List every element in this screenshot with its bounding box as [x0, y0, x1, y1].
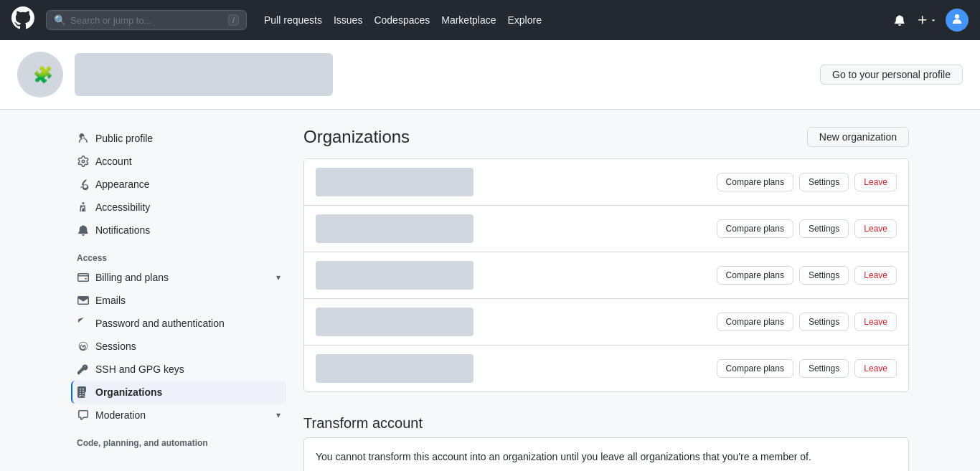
- sidebar-item-billing[interactable]: Billing and plans ▾: [71, 266, 286, 289]
- compare-plans-button-2[interactable]: Compare plans: [717, 219, 793, 238]
- sidebar-item-password-auth[interactable]: Password and authentication: [71, 312, 286, 335]
- topnav-links: Pull requests Issues Codespaces Marketpl…: [264, 14, 880, 26]
- settings-button-5[interactable]: Settings: [799, 359, 849, 378]
- transform-account-box: You cannot transform this account into a…: [303, 437, 909, 471]
- settings-button-3[interactable]: Settings: [799, 266, 849, 285]
- leave-button-2[interactable]: Leave: [854, 219, 897, 238]
- person-icon: [77, 132, 90, 145]
- main-layout: Public profile Account Appearance Access…: [60, 110, 920, 471]
- sidebar-item-appearance[interactable]: Appearance: [71, 173, 286, 196]
- sidebar-item-account[interactable]: Account: [71, 150, 286, 173]
- shield-icon: [77, 317, 90, 330]
- search-bar[interactable]: 🔍 /: [46, 10, 247, 30]
- notifications-button[interactable]: [891, 11, 908, 29]
- nav-marketplace[interactable]: Marketplace: [441, 14, 496, 26]
- svg-text:🧩: 🧩: [33, 65, 54, 85]
- leave-button-5[interactable]: Leave: [854, 359, 897, 378]
- sidebar-label-ssh-gpg: SSH and GPG keys: [95, 363, 184, 375]
- search-kbd: /: [228, 14, 239, 26]
- leave-button-1[interactable]: Leave: [854, 173, 897, 191]
- nav-codespaces[interactable]: Codespaces: [374, 14, 430, 26]
- create-new-button[interactable]: [917, 14, 937, 26]
- orgs-section-header: Organizations New organization: [303, 127, 909, 147]
- github-logo[interactable]: [11, 6, 34, 34]
- profile-avatar: 🧩: [17, 52, 63, 97]
- main-content: Organizations New organization Compare p…: [303, 127, 909, 471]
- transform-account-title: Transform account: [303, 415, 909, 432]
- org-placeholder-1: [316, 168, 473, 196]
- table-row: Compare plans Settings Leave: [304, 252, 908, 299]
- settings-button-1[interactable]: Settings: [799, 173, 849, 191]
- go-to-profile-button[interactable]: Go to your personal profile: [820, 65, 963, 85]
- mail-icon: [77, 294, 90, 307]
- compare-plans-button-3[interactable]: Compare plans: [717, 266, 793, 285]
- sidebar-label-account: Account: [95, 156, 132, 167]
- sidebar-label-sessions: Sessions: [95, 341, 136, 352]
- organizations-table: Compare plans Settings Leave Compare pla…: [303, 158, 909, 392]
- chevron-down-icon-moderation: ▾: [276, 410, 281, 420]
- user-avatar[interactable]: [946, 9, 969, 32]
- nav-pull-requests[interactable]: Pull requests: [264, 14, 322, 26]
- org-row-actions-1: Compare plans Settings Leave: [717, 173, 897, 191]
- sidebar-label-moderation: Moderation: [95, 409, 146, 421]
- transform-account-text: You cannot transform this account into a…: [316, 449, 897, 465]
- sidebar-item-notifications[interactable]: Notifications: [71, 219, 286, 242]
- sidebar-item-organizations[interactable]: Organizations: [71, 381, 286, 404]
- sidebar-label-notifications: Notifications: [95, 224, 150, 236]
- new-organization-button[interactable]: New organization: [807, 127, 909, 147]
- access-section-label: Access: [71, 242, 286, 266]
- compare-plans-button-1[interactable]: Compare plans: [717, 173, 793, 191]
- organization-icon: [77, 386, 90, 399]
- org-placeholder-2: [316, 214, 473, 243]
- table-row: Compare plans Settings Leave: [304, 206, 908, 252]
- org-row-actions-2: Compare plans Settings Leave: [717, 219, 897, 238]
- topnav-right: [891, 9, 969, 32]
- sidebar-item-public-profile[interactable]: Public profile: [71, 127, 286, 150]
- profile-banner-placeholder: [75, 53, 333, 96]
- leave-button-4[interactable]: Leave: [854, 313, 897, 331]
- org-placeholder-4: [316, 308, 473, 336]
- table-row: Compare plans Settings Leave: [304, 159, 908, 206]
- compare-plans-button-4[interactable]: Compare plans: [717, 313, 793, 331]
- key-icon: [77, 363, 90, 376]
- table-row: Compare plans Settings Leave: [304, 346, 908, 391]
- leave-button-3[interactable]: Leave: [854, 266, 897, 285]
- sidebar-label-public-profile: Public profile: [95, 133, 153, 144]
- svg-point-0: [955, 14, 959, 19]
- accessibility-icon: [77, 201, 90, 214]
- org-row-actions-3: Compare plans Settings Leave: [717, 266, 897, 285]
- code-planning-label: Code, planning, and automation: [71, 427, 286, 451]
- top-navigation: 🔍 / Pull requests Issues Codespaces Mark…: [0, 0, 980, 40]
- nav-issues[interactable]: Issues: [334, 14, 362, 26]
- settings-button-2[interactable]: Settings: [799, 219, 849, 238]
- org-placeholder-3: [316, 261, 473, 290]
- sidebar-item-ssh-gpg[interactable]: SSH and GPG keys: [71, 358, 286, 381]
- nav-explore[interactable]: Explore: [508, 14, 542, 26]
- comment-icon: [77, 409, 90, 422]
- sidebar-label-accessibility: Accessibility: [95, 201, 150, 213]
- chevron-down-icon: ▾: [276, 272, 281, 282]
- table-row: Compare plans Settings Leave: [304, 299, 908, 346]
- paintbrush-icon: [77, 178, 90, 191]
- org-placeholder-5: [316, 354, 473, 383]
- sidebar-item-accessibility[interactable]: Accessibility: [71, 196, 286, 219]
- broadcast-icon: [77, 340, 90, 353]
- sidebar-label-organizations: Organizations: [95, 386, 162, 398]
- sidebar-label-appearance: Appearance: [95, 179, 150, 190]
- search-icon: 🔍: [54, 14, 66, 26]
- profile-header: 🧩 Go to your personal profile: [0, 40, 980, 110]
- profile-info: 🧩: [17, 52, 333, 97]
- compare-plans-button-5[interactable]: Compare plans: [717, 359, 793, 378]
- sidebar-item-moderation[interactable]: Moderation ▾: [71, 404, 286, 427]
- org-row-actions-5: Compare plans Settings Leave: [717, 359, 897, 378]
- org-row-actions-4: Compare plans Settings Leave: [717, 313, 897, 331]
- sidebar-item-emails[interactable]: Emails: [71, 289, 286, 312]
- page-title: Organizations: [303, 127, 410, 147]
- sidebar-label-emails: Emails: [95, 295, 126, 306]
- settings-button-4[interactable]: Settings: [799, 313, 849, 331]
- sidebar: Public profile Account Appearance Access…: [71, 127, 286, 471]
- search-input[interactable]: [70, 15, 224, 26]
- sidebar-label-password-auth: Password and authentication: [95, 318, 225, 329]
- bell-icon: [77, 224, 90, 237]
- sidebar-item-sessions[interactable]: Sessions: [71, 335, 286, 358]
